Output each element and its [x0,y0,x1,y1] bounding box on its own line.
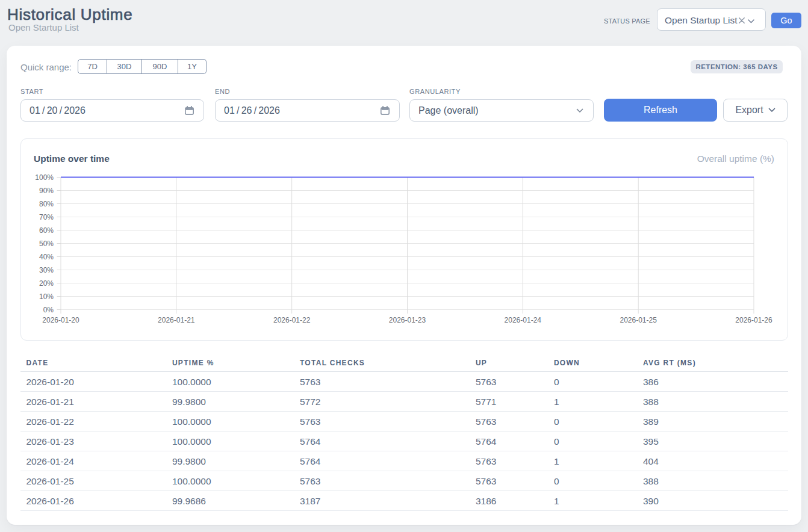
svg-text:30%: 30% [39,266,54,274]
svg-text:10%: 10% [39,292,54,301]
svg-text:100%: 100% [35,173,54,182]
svg-text:50%: 50% [39,240,54,248]
svg-text:90%: 90% [39,187,54,195]
svg-text:2026-01-22: 2026-01-22 [273,316,311,324]
svg-text:60%: 60% [39,226,54,235]
svg-text:0%: 0% [43,306,54,314]
svg-text:20%: 20% [39,279,54,288]
svg-text:2026-01-23: 2026-01-23 [389,316,426,324]
svg-text:80%: 80% [39,200,54,208]
svg-text:2026-01-20: 2026-01-20 [42,316,79,324]
svg-text:2026-01-25: 2026-01-25 [620,316,657,324]
svg-text:2026-01-26: 2026-01-26 [735,316,772,324]
svg-text:2026-01-21: 2026-01-21 [158,316,195,324]
svg-text:2026-01-24: 2026-01-24 [505,316,542,324]
svg-text:70%: 70% [39,213,54,221]
svg-text:40%: 40% [39,253,54,261]
